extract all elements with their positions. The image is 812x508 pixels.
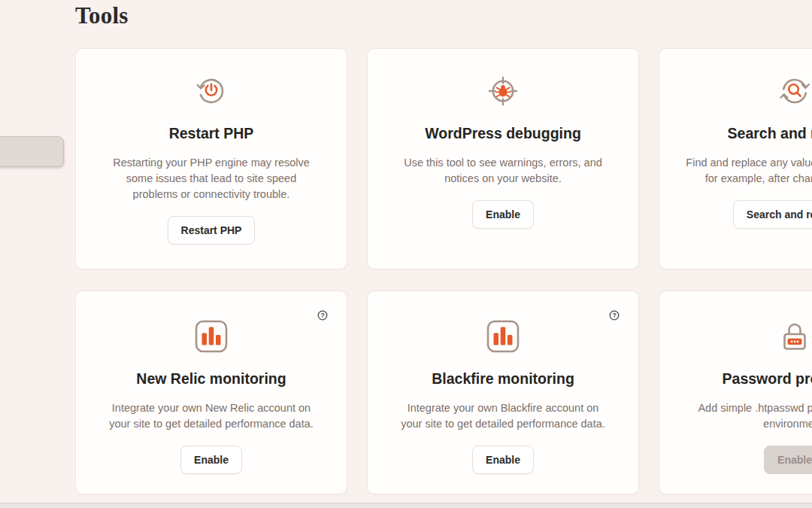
card-description: Add simple .htpasswd protection to your … — [698, 400, 812, 432]
help-icon[interactable]: ? — [609, 310, 620, 321]
card-blackfire-monitoring: ? Blackfire monitoring Integrate your ow… — [367, 291, 639, 494]
svg-text:?: ? — [612, 312, 616, 319]
desc-line: Add simple .htpasswd protection to your — [698, 400, 812, 416]
enable-blackfire-button[interactable]: Enable — [472, 446, 534, 474]
card-description: Integrate your own New Relic account on … — [109, 400, 314, 432]
restart-php-button[interactable]: Restart PHP — [168, 216, 256, 245]
card-title: Search and replace — [728, 124, 812, 143]
enable-wordpress-debugging-button[interactable]: Enable — [472, 200, 534, 229]
desc-line: environment. — [698, 416, 812, 432]
card-title: New Relic monitoring — [136, 370, 286, 388]
desc-line: Restarting your PHP engine may resolve — [113, 155, 310, 171]
card-title: Restart PHP — [169, 124, 254, 143]
card-restart-php: Restart PHP Restarting your PHP engine m… — [75, 48, 347, 269]
desc-line: Find and replace any value in your datab… — [686, 155, 812, 171]
card-title: Password protection — [723, 370, 812, 388]
tools-card-grid: Restart PHP Restarting your PHP engine m… — [75, 48, 812, 494]
card-description: Find and replace any value in your datab… — [686, 155, 812, 187]
desc-line: your site to get detailed performance da… — [401, 416, 605, 432]
bar-chart-icon — [486, 320, 520, 353]
desc-line: Integrate your own Blackfire account on — [401, 400, 605, 416]
search-sync-icon — [778, 75, 811, 108]
desc-line: your site to get detailed performance da… — [109, 416, 314, 432]
help-icon[interactable]: ? — [317, 310, 328, 321]
card-description: Use this tool to see warnings, errors, a… — [404, 155, 602, 187]
enable-password-protection-button[interactable]: Enable — [764, 446, 812, 474]
bottom-window-edge — [0, 503, 812, 508]
card-description: Restarting your PHP engine may resolve s… — [113, 155, 310, 202]
search-and-replace-button[interactable]: Search and replace — [733, 200, 812, 229]
bar-chart-icon — [195, 320, 228, 353]
desc-line: Integrate your own New Relic account on — [109, 400, 314, 416]
card-description: Integrate your own Blackfire account on … — [401, 400, 605, 432]
card-wordpress-debugging: WordPress debugging Use this tool to see… — [367, 48, 639, 269]
padlock-icon — [778, 320, 811, 353]
card-new-relic-monitoring: ? New Relic monitoring Integrate your ow… — [75, 291, 347, 494]
clipped-left-button[interactable] — [0, 136, 64, 167]
card-password-protection: Password protection Add simple .htpasswd… — [659, 291, 812, 494]
desc-line: for example, after changing domains. — [686, 171, 812, 187]
bug-target-icon — [486, 75, 520, 108]
card-title: Blackfire monitoring — [432, 370, 574, 388]
desc-line: some issues that lead to site speed — [113, 171, 310, 187]
svg-text:?: ? — [320, 312, 324, 319]
desc-line: Use this tool to see warnings, errors, a… — [404, 155, 602, 171]
enable-new-relic-button[interactable]: Enable — [180, 446, 242, 474]
page-title: Tools — [75, 0, 129, 32]
desc-line: problems or connectivity trouble. — [113, 187, 310, 202]
desc-line: notices on your website. — [404, 171, 602, 187]
card-title: WordPress debugging — [425, 124, 581, 143]
restart-icon — [195, 75, 228, 108]
card-search-and-replace: Search and replace Find and replace any … — [659, 48, 812, 269]
